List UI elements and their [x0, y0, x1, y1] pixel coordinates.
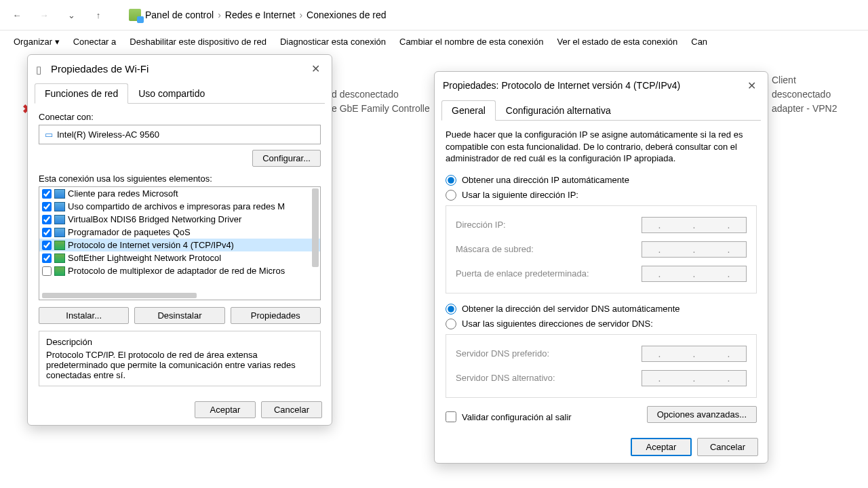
truncated-item[interactable]: Can — [691, 37, 707, 47]
radio-label: Obtener la dirección del servidor DNS au… — [462, 304, 680, 314]
tab-network-functions[interactable]: Funciones de red — [35, 83, 128, 104]
dns-fields-group: Servidor DNS preferido:... Servidor DNS … — [446, 334, 757, 398]
intro-text: Puede hacer que la configuración IP se a… — [446, 129, 757, 165]
chevron-right-icon: › — [218, 9, 221, 20]
list-item-label: Protocolo de multiplexor de adaptador de… — [68, 266, 285, 276]
list-item-label: SoftEther Lightweight Network Protocol — [68, 253, 221, 263]
cancel-button[interactable]: Cancelar — [261, 401, 322, 418]
radio-input[interactable] — [446, 304, 456, 314]
recent-dropdown[interactable]: ⌄ — [61, 5, 81, 25]
radio-label: Usar la siguiente dirección IP: — [462, 190, 578, 200]
uninstall-button[interactable]: Desinstalar — [134, 307, 224, 324]
gateway-input[interactable]: ... — [642, 266, 747, 282]
scrollbar-vertical[interactable] — [312, 188, 319, 267]
auto-ip-radio[interactable]: Obtener una dirección IP automáticamente — [446, 173, 757, 188]
subnet-mask-label: Máscara de subred: — [456, 244, 534, 254]
control-panel-icon — [129, 9, 141, 21]
chevron-right-icon: › — [299, 9, 302, 20]
advanced-button[interactable]: Opciones avanzadas... — [647, 406, 757, 423]
checkbox-input[interactable] — [42, 202, 52, 211]
install-button[interactable]: Instalar... — [39, 307, 129, 324]
list-item-label: Protocolo de Internet versión 4 (TCP/IPv… — [68, 240, 234, 250]
description-title: Descripción — [46, 337, 313, 347]
forward-button[interactable]: → — [34, 5, 54, 25]
checkbox-input[interactable] — [42, 266, 52, 276]
components-listbox[interactable]: Cliente para redes MicrosoftUso comparti… — [39, 186, 321, 300]
tab-alternate-config[interactable]: Configuración alternativa — [496, 100, 621, 120]
checkbox-input[interactable] — [42, 241, 52, 250]
checkbox-input[interactable] — [42, 253, 52, 263]
dialog-footer: Aceptar Cancelar — [435, 431, 768, 463]
dns-alternate-input[interactable]: ... — [642, 370, 747, 386]
tab-strip: General Configuración alternativa — [441, 100, 761, 121]
ok-button[interactable]: Aceptar — [631, 438, 692, 456]
radio-label: Obtener una dirección IP automáticamente — [462, 175, 629, 185]
breadcrumb-item[interactable]: Redes e Internet — [225, 9, 296, 20]
tab-sharing[interactable]: Uso compartido — [128, 83, 215, 103]
manual-dns-radio[interactable]: Usar las siguientes direcciones de servi… — [446, 317, 757, 331]
cancel-button[interactable]: Cancelar — [697, 438, 758, 456]
list-item-label: Cliente para redes Microsoft — [68, 188, 178, 199]
manual-ip-radio[interactable]: Usar la siguiente dirección IP: — [446, 188, 757, 203]
list-item[interactable]: Programador de paquetes QoS — [39, 226, 320, 239]
organize-menu[interactable]: Organizar ▾ — [14, 37, 60, 47]
dns-preferred-input[interactable]: ... — [642, 346, 747, 362]
list-item[interactable]: VirtualBox NDIS6 Bridged Networking Driv… — [39, 213, 320, 226]
radio-input[interactable] — [446, 175, 456, 186]
breadcrumb-item[interactable]: Conexiones de red — [307, 9, 387, 20]
list-item[interactable]: SoftEther Lightweight Network Protocol — [39, 251, 320, 264]
configure-button[interactable]: Configurar... — [252, 150, 321, 167]
rename-button[interactable]: Cambiar el nombre de esta conexión — [399, 37, 543, 47]
validate-on-exit-checkbox[interactable]: Validar configuración al salir — [446, 411, 572, 422]
checkbox-label: Validar configuración al salir — [462, 412, 572, 422]
dialog-body: Puede hacer que la configuración IP se a… — [435, 121, 768, 431]
radio-input[interactable] — [446, 319, 456, 329]
subnet-mask-input[interactable]: ... — [642, 241, 747, 258]
diagnose-button[interactable]: Diagnosticar esta conexión — [280, 37, 386, 47]
dialog-title: Propiedades: Protocolo de Internet versi… — [443, 80, 680, 91]
usb-icon: ▯ — [36, 64, 45, 73]
list-item-label: Uso compartido de archivos e impresoras … — [68, 201, 285, 211]
back-button[interactable]: ← — [7, 5, 27, 25]
component-icon — [54, 189, 65, 199]
dns-preferred-label: Servidor DNS preferido: — [456, 348, 549, 359]
tab-general[interactable]: General — [441, 100, 496, 121]
gateway-label: Puerta de enlace predeterminada: — [456, 268, 589, 279]
dialog-titlebar: Propiedades: Protocolo de Internet versi… — [435, 72, 768, 99]
dialog-footer: Aceptar Cancelar — [28, 394, 332, 425]
component-icon — [54, 266, 65, 276]
checkbox-input[interactable] — [42, 189, 52, 199]
radio-input[interactable] — [446, 190, 456, 201]
ip-address-label: Dirección IP: — [456, 220, 506, 230]
checkbox-input[interactable] — [42, 228, 52, 237]
ip-address-input[interactable]: ... — [642, 217, 747, 233]
checkbox-input[interactable] — [42, 215, 52, 224]
ok-button[interactable]: Aceptar — [195, 401, 256, 418]
ipv4-properties-dialog: Propiedades: Protocolo de Internet versi… — [434, 71, 768, 464]
ip-fields-group: Dirección IP:... Máscara de subred:... P… — [446, 205, 757, 293]
view-status-button[interactable]: Ver el estado de esta conexión — [557, 37, 677, 47]
close-button[interactable]: ✕ — [743, 77, 760, 94]
dns-alternate-label: Servidor DNS alternativo: — [456, 373, 555, 383]
radio-label: Usar las siguientes direcciones de servi… — [462, 319, 653, 329]
up-button[interactable]: ↑ — [88, 5, 108, 25]
checkbox-input[interactable] — [446, 411, 456, 422]
list-item[interactable]: Protocolo de Internet versión 4 (TCP/IPv… — [39, 239, 320, 251]
component-icon — [54, 241, 65, 250]
scrollbar-horizontal[interactable] — [42, 293, 197, 298]
properties-button[interactable]: Propiedades — [231, 307, 321, 324]
auto-dns-radio[interactable]: Obtener la dirección del servidor DNS au… — [446, 302, 757, 317]
command-bar: Organizar ▾ Conectar a Deshabilitar este… — [0, 30, 868, 52]
list-item[interactable]: Uso compartido de archivos e impresoras … — [39, 200, 320, 213]
list-item-label: Programador de paquetes QoS — [68, 227, 191, 237]
list-item[interactable]: Protocolo de multiplexor de adaptador de… — [39, 264, 320, 277]
adapter-name: Intel(R) Wireless-AC 9560 — [57, 129, 159, 140]
list-item[interactable]: Cliente para redes Microsoft — [39, 187, 320, 200]
network-card-icon: ▭ — [45, 129, 53, 140]
disable-device-button[interactable]: Deshabilitar este dispositivo de red — [130, 37, 267, 47]
dialog-titlebar: ▯ Propiedades de Wi-Fi ✕ — [28, 55, 332, 82]
adapter-field: ▭ Intel(R) Wireless-AC 9560 — [39, 125, 321, 144]
connect-to-button[interactable]: Conectar a — [73, 37, 117, 47]
breadcrumb-item[interactable]: Panel de control — [145, 9, 214, 20]
close-button[interactable]: ✕ — [307, 60, 323, 77]
